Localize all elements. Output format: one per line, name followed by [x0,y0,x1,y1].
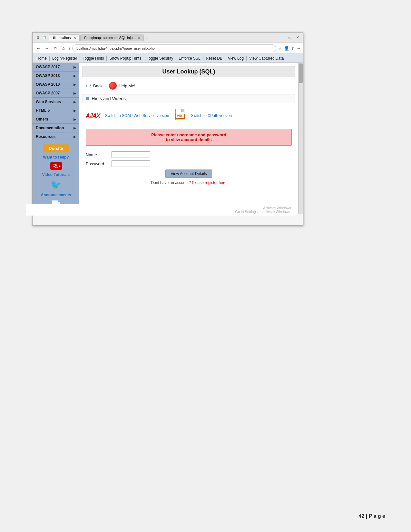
menu-toggle-hints[interactable]: Toggle Hints [80,55,106,62]
sidebar-arrow-owasp2017: ▶ [73,65,76,69]
help-label: Help Me! [119,83,135,88]
menu-login-register[interactable]: Login/Register [50,55,80,62]
help-icon: ❓ [109,82,117,90]
address-input[interactable] [72,44,276,52]
form-area: Name Password View Account Details Dont … [83,150,295,186]
addr-right-icons: ☆ 👤 ⇧ ··· [278,46,300,51]
soap-link[interactable]: Switch to SOAP Web Service version [105,113,169,118]
minimize-button[interactable]: ─ [279,35,285,40]
youtube-you-label: YouTube [53,164,58,168]
back-button[interactable]: ↩ Back [86,82,103,90]
video-tutorials-link[interactable]: Video Tutorials [42,172,70,177]
home-button[interactable]: ⌂ [60,45,67,52]
title-bar: 🖥 📋 🖥 localhost ✕ 🗒 sqlmap: automatic SQ… [33,33,303,43]
register-link[interactable]: Please register here [192,180,226,185]
tab-sqlmap[interactable]: 🗒 sqlmap: automatic SQL inje... ✕ [80,34,143,41]
back-nav-button[interactable]: ← [35,45,42,52]
announcements-icon[interactable]: 🐦 [50,179,62,190]
sidebar-item-owasp2010-label: OWASP 2010 [36,82,60,87]
address-bar: ← → ↺ ⌂ ℹ ☆ 👤 ⇧ ··· [33,43,303,54]
tab-localhost-label: localhost [58,36,72,40]
announcements-link[interactable]: Announcements [41,193,71,197]
xml-badge: XML [175,114,185,119]
content-area: OWASP 2017 ▶ OWASP 2013 ▶ OWASP 2010 ▶ O… [33,63,303,214]
sidebar-item-owasp2007-label: OWASP 2007 [36,91,60,95]
sidebar-item-owasp2010[interactable]: OWASP 2010 ▶ [33,80,79,89]
menu-view-captured-data[interactable]: View Captured Data [247,55,286,62]
sidebar-item-html5[interactable]: HTML 5 ▶ [33,106,79,115]
sidebar-item-resources-label: Resources [36,134,55,139]
main-panel: User Lookup (SQL) ↩ Back ❓ Help Me! ≡ Hi… [79,63,298,214]
view-account-details-button[interactable]: View Account Details [165,169,212,178]
new-tab-button[interactable]: + [146,35,148,41]
sidebar-item-owasp2017[interactable]: OWASP 2017 ▶ [33,63,79,72]
sidebar-item-html5-label: HTML 5 [36,108,50,113]
browser-window: 🖥 📋 🖥 localhost ✕ 🗒 sqlmap: automatic SQ… [32,32,303,226]
donate-area: Donate Want to Help? YouTube Video Tutor… [33,141,79,214]
alert-line1: Please enter username and password [93,132,285,137]
title-bar-icons: 🖥 📋 [35,35,47,40]
donate-button[interactable]: Donate [43,144,69,152]
sidebar-item-owasp2007[interactable]: OWASP 2007 ▶ [33,89,79,98]
sidebar-arrow-documentation: ▶ [73,126,76,130]
tab-localhost-close[interactable]: ✕ [73,36,76,40]
tab-localhost[interactable]: 🖥 localhost ✕ [49,34,80,41]
want-help-link[interactable]: Want to Help? [43,155,69,160]
sidebar-item-others-label: Others [36,117,48,121]
sidebar-arrow-others: ▶ [73,118,76,121]
menu-show-popup-hints[interactable]: Show Popup Hints [107,55,144,62]
settings-icon[interactable]: ··· [297,46,300,51]
sidebar-item-owasp2013-label: OWASP 2013 [36,73,60,78]
page-title: User Lookup (SQL) [85,68,293,75]
sidebar-item-resources[interactable]: Resources ▶ [33,132,79,141]
menu-home[interactable]: Home [34,55,49,62]
sidebar-item-documentation[interactable]: Documentation ▶ [33,124,79,132]
tab-sqlmap-close[interactable]: ✕ [138,36,140,40]
restore-button[interactable]: ▭ [287,35,292,40]
menu-bar: Home Login/Register Toggle Hints Show Po… [33,54,303,63]
close-button[interactable]: ✕ [295,35,300,40]
alert-line2: to view account details [93,137,285,142]
help-button[interactable]: ❓ Help Me! [109,82,135,90]
menu-view-log[interactable]: View Log [225,55,246,62]
menu-reset-db[interactable]: Reset DB [203,55,225,62]
sidebar-item-web-services-label: Web Services [36,100,61,104]
page-number-value: 42 [359,513,365,519]
youtube-badge[interactable]: YouTube [50,162,62,170]
sidebar-item-owasp2017-label: OWASP 2017 [36,65,60,69]
back-label: Back [93,83,103,88]
sidebar-arrow-html5: ▶ [73,109,76,112]
window-controls: ─ ▭ ✕ [279,35,300,40]
register-text: Dont have an account? Please register he… [86,180,292,185]
bookmark-icon[interactable]: ☆ [278,46,282,51]
password-input[interactable] [112,160,150,167]
user-icon[interactable]: 👤 [284,46,289,51]
xml-icon[interactable]: XML [174,109,186,122]
sidebar-item-documentation-label: Documentation [36,126,64,130]
tab-sqlmap-label: sqlmap: automatic SQL inje... [89,36,135,40]
register-prompt: Dont have an account? [151,180,191,185]
hints-row: ≡ Hints and Videos [83,94,295,103]
share-icon[interactable]: ⇧ [291,46,295,51]
page-number: 42 | P a g e [359,513,385,519]
lock-icon: ℹ [69,46,70,51]
sidebar-item-others[interactable]: Others ▶ [33,115,79,124]
xpath-link[interactable]: Switch to XPath version [191,113,232,118]
refresh-button[interactable]: ↺ [52,45,58,52]
sidebar-item-owasp2013[interactable]: OWASP 2013 ▶ [33,72,79,80]
activate-windows-line1: Activate Windows [26,206,291,210]
menu-toggle-security[interactable]: Toggle Security [144,55,176,62]
activate-windows-line2: Go to Settings to activate Windows. [26,210,291,214]
forward-nav-button[interactable]: → [44,45,50,52]
menu-enforce-ssl[interactable]: Enforce SSL [176,55,203,62]
xml-doc: XML [175,109,184,120]
tab-area: 🖥 localhost ✕ 🗒 sqlmap: automatic SQL in… [49,34,278,41]
scrollbar[interactable] [298,63,303,214]
tab-icon-sep: 📋 [42,35,47,40]
scrollbar-thumb[interactable] [299,63,303,83]
addr-secure-icon: ℹ [69,46,70,51]
sidebar-arrow-owasp2007: ▶ [73,92,76,95]
sidebar-arrow-owasp2013: ▶ [73,74,76,78]
name-input[interactable] [112,151,150,158]
sidebar-item-web-services[interactable]: Web Services ▶ [33,98,79,106]
